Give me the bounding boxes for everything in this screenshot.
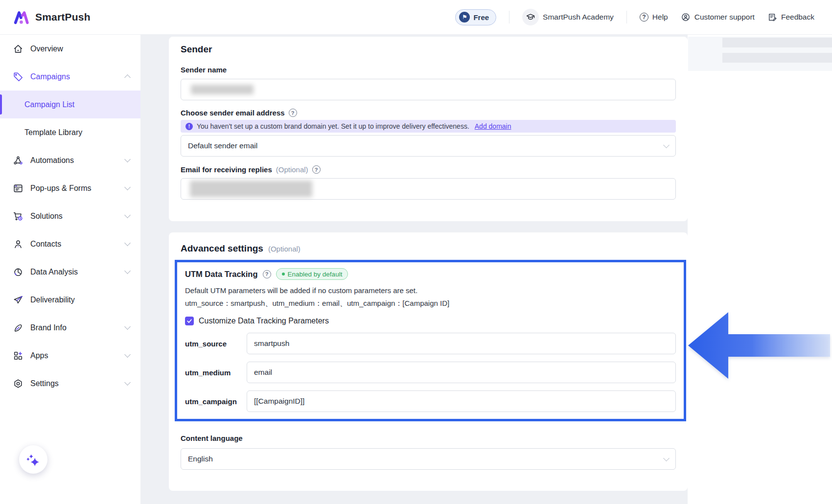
utm-source-row: utm_source xyxy=(185,333,676,354)
help-label: Help xyxy=(652,13,668,22)
plan-badge[interactable]: ⚑ Free xyxy=(455,9,496,25)
plan-badge-label: Free xyxy=(473,13,489,22)
sidebar-item-label: Data Analysis xyxy=(30,268,118,276)
content-area: Sender Sender name Choose sender email a… xyxy=(140,35,832,504)
sidebar-item-campaigns[interactable]: Campaigns xyxy=(0,63,140,91)
sender-name-label: Sender name xyxy=(181,66,676,74)
sender-email-select[interactable]: Default sender email xyxy=(181,135,676,157)
chevron-down-icon xyxy=(124,268,131,274)
replies-label: Email for receiving replies xyxy=(181,165,272,174)
brand-name: SmartPush xyxy=(35,11,91,23)
sidebar-item-overview[interactable]: Overview xyxy=(0,35,140,63)
automation-nodes-icon xyxy=(13,155,23,166)
content-language-select[interactable]: English xyxy=(181,448,676,470)
chevron-down-icon xyxy=(124,323,131,330)
customize-checkbox-label: Customize Data Tracking Parameters xyxy=(199,317,329,325)
sidebar-item-label: Contacts xyxy=(30,240,118,249)
person-circle-icon xyxy=(681,12,691,22)
sidebar-item-brand-info[interactable]: Brand Info xyxy=(0,314,140,342)
utm-source-input[interactable] xyxy=(247,333,676,354)
sender-email-value: Default sender email xyxy=(188,141,257,150)
ai-assistant-button[interactable] xyxy=(19,445,47,474)
help-circle-icon[interactable]: ? xyxy=(263,270,271,278)
utm-medium-input[interactable] xyxy=(247,362,676,383)
help-circle-icon[interactable]: ? xyxy=(312,165,321,174)
chevron-down-icon xyxy=(124,156,131,162)
chevron-down-icon xyxy=(124,351,131,358)
graduation-cap-icon xyxy=(522,9,539,25)
feedback-pencil-icon xyxy=(767,12,777,22)
domain-warning-banner: ! You haven't set up a custom brand doma… xyxy=(181,120,676,133)
sidebar-item-label: Brand Info xyxy=(30,323,118,332)
feedback-label: Feedback xyxy=(781,13,814,22)
sidebar-item-template-library[interactable]: Template Library xyxy=(0,118,140,146)
sidebar-item-label: Automations xyxy=(30,156,118,165)
sidebar-item-solutions[interactable]: Solutions xyxy=(0,202,140,230)
skeleton-panel xyxy=(688,37,832,71)
apps-grid-icon xyxy=(13,350,23,361)
banner-text: You haven't set up a custom brand domain… xyxy=(197,122,469,130)
utm-campaign-label: utm_campaign xyxy=(185,397,247,406)
redacted-sender-name xyxy=(191,85,254,94)
sidebar-item-data-analysis[interactable]: Data Analysis xyxy=(0,258,140,286)
advanced-settings-title: Advanced settings xyxy=(181,243,263,254)
utm-highlight-box: UTM Data Tracking ? Enabled by default D… xyxy=(175,260,686,421)
status-badge-label: Enabled by default xyxy=(288,271,343,278)
chevron-down-icon xyxy=(663,142,670,148)
skeleton-bar xyxy=(722,53,832,63)
academy-link[interactable]: SmartPush Academy xyxy=(522,9,614,25)
sender-card: Sender Sender name Choose sender email a… xyxy=(169,37,688,221)
sidebar-item-apps[interactable]: Apps xyxy=(0,342,140,369)
choose-sender-email-label: Choose sender email address xyxy=(181,109,285,117)
chevron-down-icon xyxy=(124,379,131,386)
top-header: SmartPush ⚑ Free SmartPush Academy ? Hel… xyxy=(0,0,832,35)
academy-label: SmartPush Academy xyxy=(543,13,614,22)
check-icon xyxy=(186,318,192,324)
chevron-down-icon xyxy=(124,184,131,190)
help-circle-icon[interactable]: ? xyxy=(289,109,297,117)
sidebar-item-deliverability[interactable]: Deliverability xyxy=(0,286,140,314)
customize-checkbox[interactable] xyxy=(185,317,194,325)
sidebar-item-automations[interactable]: Automations xyxy=(0,146,140,174)
sidebar: Overview Campaigns Campaign List Templat… xyxy=(0,35,140,504)
help-link[interactable]: ? Help xyxy=(640,13,668,22)
replies-optional: (Optional) xyxy=(276,165,308,174)
sidebar-item-settings[interactable]: Settings xyxy=(0,369,140,397)
utm-description-1: Default UTM parameters will be added if … xyxy=(185,286,676,295)
utm-medium-label: utm_medium xyxy=(185,368,247,377)
sidebar-item-campaign-list[interactable]: Campaign List xyxy=(0,91,140,118)
brand[interactable]: SmartPush xyxy=(13,8,91,26)
help-icon: ? xyxy=(640,13,648,22)
sidebar-item-label: Pop-ups & Forms xyxy=(30,184,118,193)
sidebar-item-label: Campaigns xyxy=(30,72,118,81)
sidebar-item-contacts[interactable]: Contacts xyxy=(0,230,140,258)
feedback-link[interactable]: Feedback xyxy=(767,12,814,22)
plan-flag-icon: ⚑ xyxy=(459,12,470,23)
replies-email-input[interactable] xyxy=(181,178,676,200)
header-divider xyxy=(509,11,509,23)
sidebar-item-label: Settings xyxy=(30,379,118,388)
utm-campaign-input[interactable] xyxy=(247,390,676,412)
chevron-down-icon xyxy=(663,455,670,461)
sidebar-item-label: Solutions xyxy=(30,212,118,221)
sidebar-item-label: Deliverability xyxy=(30,296,130,304)
content-language-value: English xyxy=(188,455,213,463)
sidebar-item-popups-forms[interactable]: Pop-ups & Forms xyxy=(0,174,140,202)
utm-medium-row: utm_medium xyxy=(185,362,676,383)
customer-support-link[interactable]: Customer support xyxy=(681,12,755,22)
skeleton-bar xyxy=(722,38,832,47)
utm-title: UTM Data Tracking xyxy=(185,270,258,279)
content-language-label: Content language xyxy=(181,434,676,442)
customer-support-label: Customer support xyxy=(694,13,755,22)
utm-campaign-row: utm_campaign xyxy=(185,390,676,412)
add-domain-link[interactable]: Add domain xyxy=(475,122,511,130)
chevron-up-icon xyxy=(124,74,131,81)
paper-plane-icon xyxy=(13,295,23,305)
sender-name-input[interactable] xyxy=(181,79,676,100)
chevron-down-icon xyxy=(124,212,131,218)
redacted-replies-email xyxy=(190,181,312,197)
green-dot-icon xyxy=(282,273,285,275)
sidebar-item-label: Apps xyxy=(30,351,118,360)
sidebar-item-label: Overview xyxy=(30,45,130,53)
info-icon: ! xyxy=(185,123,193,130)
